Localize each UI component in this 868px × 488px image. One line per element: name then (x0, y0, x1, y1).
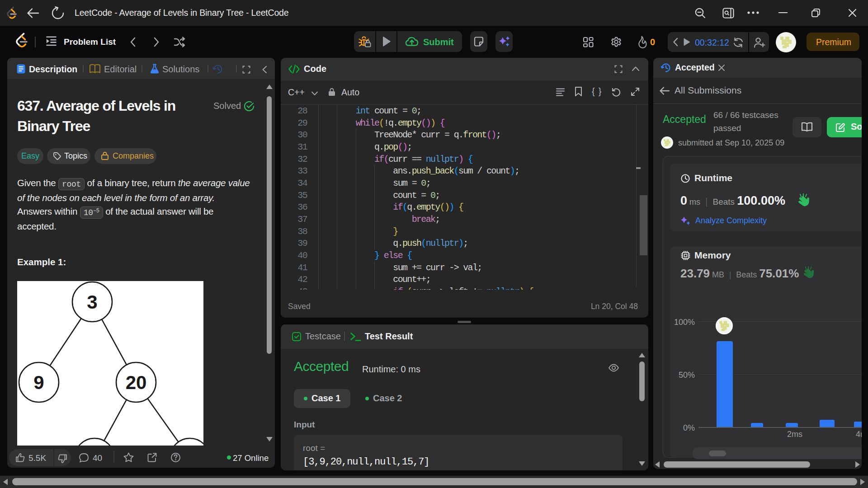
svg-text:9: 9 (33, 372, 44, 393)
svg-text:20: 20 (126, 372, 147, 393)
svg-text:3: 3 (87, 291, 97, 313)
